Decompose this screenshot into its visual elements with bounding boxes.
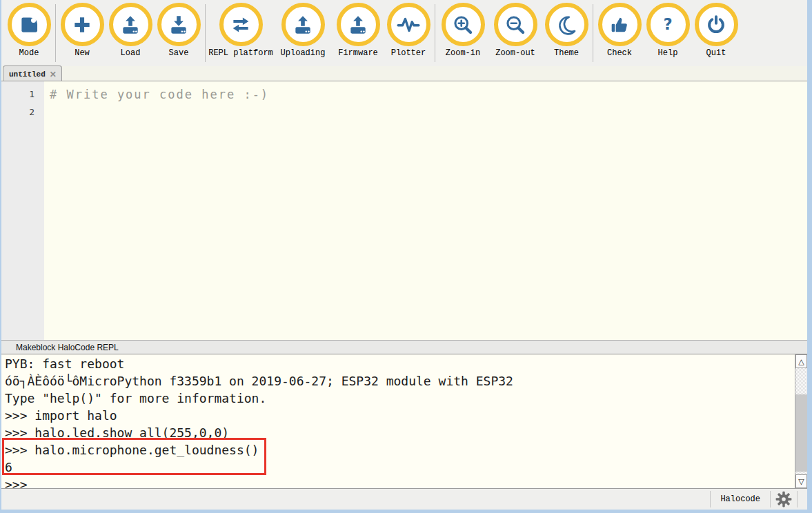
console-line: óõ┐ÀÈôóö└ôMicroPython f3359b1 on 2019-06… — [5, 372, 795, 390]
zoom-in-button[interactable]: Zoom-in — [437, 3, 488, 58]
console-line: >>> halo.led.show_all(255,0,0) — [5, 424, 795, 441]
console-line: >>> halo.microphone.get_loudness() — [5, 441, 795, 459]
plotter-button[interactable]: Plotter — [384, 3, 433, 58]
zoom-out-label: Zoom-out — [495, 48, 535, 58]
quit-icon — [695, 3, 738, 46]
tab-close-icon[interactable]: ✕ — [50, 71, 57, 78]
new-icon — [61, 3, 104, 46]
firmware-label: Firmware — [338, 48, 378, 58]
repl-platform-button[interactable]: REPL platform — [208, 3, 274, 58]
code-line — [50, 103, 807, 121]
tab-label: untitled — [9, 70, 46, 79]
console-line: >>> import halo — [5, 407, 795, 424]
theme-icon — [545, 3, 588, 46]
scrollbar-track[interactable] — [795, 368, 807, 474]
device-label: Halocode — [711, 494, 770, 504]
code-area[interactable]: # Write your code here :-) — [44, 81, 807, 340]
uploading-icon — [281, 3, 325, 46]
check-button[interactable]: Check — [595, 3, 644, 58]
load-icon — [109, 3, 152, 46]
repl-console[interactable]: PYB: fast reboot óõ┐ÀÈôóö└ôMicroPython f… — [1, 354, 795, 488]
mode-button[interactable]: Mode — [5, 3, 53, 58]
mode-icon — [8, 3, 51, 46]
status-separator — [797, 491, 798, 507]
plotter-icon — [387, 3, 430, 46]
save-label: Save — [169, 48, 189, 58]
plotter-label: Plotter — [391, 48, 426, 58]
line-number: 2 — [1, 103, 44, 121]
firmware-button[interactable]: Firmware — [332, 3, 384, 58]
uploading-button[interactable]: Uploading — [274, 3, 332, 58]
new-button[interactable]: New — [58, 3, 106, 58]
toolbar-separator — [593, 4, 593, 62]
console-line: Type "help()" for more information. — [5, 390, 795, 407]
help-icon: ? — [646, 3, 690, 46]
load-button[interactable]: Load — [106, 3, 155, 58]
repl-platform-icon — [219, 3, 263, 46]
firmware-icon — [337, 3, 380, 46]
toolbar-separator — [435, 4, 435, 62]
zoom-out-button[interactable]: Zoom-out — [488, 3, 542, 58]
repl-console-wrap: PYB: fast reboot óõ┐ÀÈôóö└ôMicroPython f… — [1, 354, 807, 488]
scroll-down-icon: ▽ — [798, 477, 804, 486]
new-label: New — [75, 48, 90, 58]
repl-platform-label: REPL platform — [208, 48, 273, 58]
zoom-in-label: Zoom-in — [446, 48, 480, 58]
zoom-in-icon — [442, 3, 485, 46]
console-scrollbar[interactable]: △ ▽ — [795, 354, 807, 488]
save-button[interactable]: Save — [155, 3, 203, 58]
console-line: 6 — [5, 459, 795, 476]
repl-header-title: Makeblock HaloCode REPL — [16, 343, 119, 352]
code-line: # Write your code here :-) — [50, 86, 807, 103]
quit-button[interactable]: Quit — [692, 3, 740, 58]
tab-bar: untitled ✕ — [1, 66, 807, 81]
app-window: Mode New Load — [0, 0, 812, 513]
mode-label: Mode — [19, 48, 39, 58]
line-number-gutter: 1 2 — [1, 81, 44, 340]
help-label: Help — [658, 48, 678, 58]
gear-icon — [775, 490, 793, 508]
scrollbar-thumb[interactable] — [795, 394, 807, 472]
zoom-out-icon — [494, 3, 537, 46]
toolbar-separator — [55, 4, 56, 62]
console-line: >>> — [5, 476, 795, 488]
svg-text:?: ? — [663, 15, 672, 33]
save-icon — [157, 3, 201, 46]
scroll-up-icon: △ — [798, 357, 804, 366]
theme-label: Theme — [554, 48, 579, 58]
scroll-up-button[interactable]: △ — [795, 354, 807, 368]
help-button[interactable]: ? Help — [644, 3, 692, 58]
theme-button[interactable]: Theme — [542, 3, 591, 58]
check-icon — [598, 3, 642, 46]
load-label: Load — [121, 48, 141, 58]
console-line: PYB: fast reboot — [5, 355, 795, 372]
scroll-down-button[interactable]: ▽ — [795, 474, 807, 488]
line-number: 1 — [1, 86, 44, 103]
code-editor: 1 2 # Write your code here :-) — [1, 81, 807, 340]
toolbar-separator — [205, 4, 206, 62]
check-label: Check — [607, 48, 632, 58]
quit-label: Quit — [706, 48, 726, 58]
settings-button[interactable] — [771, 490, 797, 508]
tab-untitled[interactable]: untitled ✕ — [3, 66, 62, 81]
toolbar: Mode New Load — [1, 0, 807, 66]
repl-header: Makeblock HaloCode REPL — [1, 340, 807, 354]
uploading-label: Uploading — [281, 48, 326, 58]
status-bar: Halocode — [1, 488, 807, 510]
